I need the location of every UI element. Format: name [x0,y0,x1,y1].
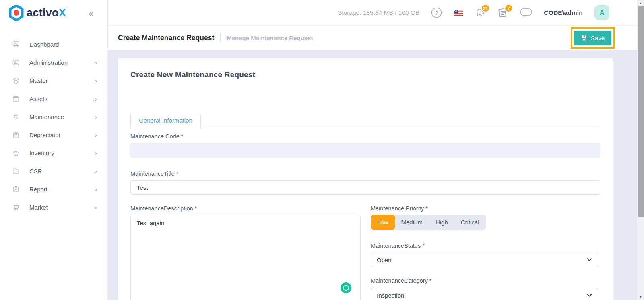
priority-high-button[interactable]: High [429,215,454,230]
layers-icon [12,77,20,84]
sidebar-item-dashboard[interactable]: Dashboard [0,35,107,53]
priority-button-group: Low Medium High Critical [371,215,486,230]
sidebar-item-label: Assets [29,95,47,102]
sidebar-nav: Dashboard Administration › Master › [0,35,107,216]
maintenance-description-label: MaintenanceDescription * [130,205,361,212]
maintenance-code-label: Maintenance Code * [130,133,600,140]
topbar: Storage: 185.84 MB / 100 GB ? 21 7 [108,0,637,25]
chat-icon[interactable] [520,8,532,18]
sidebar-item-assets[interactable]: Assets › [0,90,107,108]
header-divider [220,33,221,42]
chevron-right-icon: › [95,150,97,156]
sidebar-item-maintenance[interactable]: Maintenance › [0,108,107,126]
chevron-right-icon: › [95,113,97,120]
sidebar-item-master[interactable]: Master › [0,72,107,90]
sidebar-item-market[interactable]: Market › [0,198,107,216]
breadcrumb-manage-link[interactable]: Manage Maintenance Request [227,35,313,41]
notifications-badge: 21 [481,4,490,12]
sidebar-item-label: Inventory [29,150,54,156]
scroll-down-arrow-icon[interactable]: ▼ [637,294,644,300]
sidebar-item-label: Depreciator [29,132,61,138]
sidebar-item-label: Administration [29,59,68,66]
card-title: Create New Maintenance Request [130,58,600,79]
page-title: Create Maintenance Request [118,34,214,42]
report-icon [12,185,20,193]
brand-name: activoX [27,7,66,19]
maintenance-status-select[interactable]: Open [371,253,598,267]
sidebar-item-inventory[interactable]: Inventory › [0,144,107,162]
status-selected-value: Open [377,257,392,263]
scroll-up-arrow-icon[interactable]: ▲ [637,0,644,6]
category-selected-value: Inspection [377,292,404,299]
svg-text:?: ? [435,10,438,16]
sidebar-item-depreciator[interactable]: Depreciator › [0,126,107,144]
save-button[interactable]: Save [574,31,611,45]
language-flag-icon[interactable] [454,10,463,16]
maintenance-status-label: MaintenanceStatus * [371,242,600,249]
sidebar-item-label: Master [29,77,48,84]
avatar[interactable]: A [594,5,609,20]
scrollbar-thumb[interactable] [638,6,644,217]
storage-usage-text: Storage: 185.84 MB / 100 GB [338,9,419,16]
username-text[interactable]: CODE\admin [544,9,583,16]
form-card: Create New Maintenance Request General I… [118,58,613,300]
floppy-disk-icon [581,35,587,41]
sidebar-item-label: Maintenance [29,113,64,120]
save-button-label: Save [591,35,605,41]
priority-low-button[interactable]: Low [371,215,395,230]
grammarly-icon[interactable] [341,282,351,293]
sidebar: activoX « Dashboard Administration › [0,0,108,300]
content-area: Create New Maintenance Request General I… [108,50,637,300]
folder-icon [12,167,20,175]
documents-badge: 7 [504,4,513,12]
app-logo[interactable]: activoX [9,5,66,21]
sidebar-item-label: CSR [29,168,42,175]
maintenance-code-input[interactable] [130,143,600,158]
chevron-right-icon: › [95,132,97,138]
page-header: Create Maintenance Request Manage Mainte… [108,25,637,50]
clipboard-icon [12,131,20,139]
hexagon-logo-icon [9,5,24,21]
basket-icon [12,149,20,157]
gear-icon [12,113,20,121]
sidebar-item-csr[interactable]: CSR › [0,162,107,180]
cart-icon [12,203,20,211]
chevron-down-icon [587,258,592,261]
chevron-right-icon: › [95,77,97,84]
chevron-right-icon: › [95,59,97,66]
notifications-bell-icon[interactable]: 21 [475,7,485,18]
dashboard-icon [12,41,20,48]
priority-medium-button[interactable]: Medium [395,215,429,230]
maintenance-title-label: MaintenanceTitle * [130,171,600,177]
sidebar-item-label: Dashboard [29,41,59,48]
sidebar-item-report[interactable]: Report › [0,180,107,198]
maintenance-title-input[interactable] [130,180,600,195]
sidebar-item-administration[interactable]: Administration › [0,53,107,72]
maintenance-description-textarea[interactable]: Test again [130,215,361,300]
box-icon [12,95,20,103]
chevron-down-icon [587,294,592,297]
page-scrollbar[interactable]: ▲ ▼ [637,0,644,300]
help-icon[interactable]: ? [431,7,442,18]
sidebar-item-label: Market [29,204,48,211]
tab-bar: General Information [130,113,600,128]
sidebar-item-label: Report [29,186,47,193]
administration-icon [12,59,20,66]
chevron-right-icon: › [95,95,97,102]
sidebar-collapse-icon[interactable]: « [89,9,92,17]
chevron-right-icon: › [95,204,97,211]
save-highlight-box: Save [571,27,615,49]
priority-critical-button[interactable]: Critical [454,215,486,230]
documents-icon[interactable]: 7 [497,7,508,18]
chevron-right-icon: › [95,168,97,175]
maintenance-priority-label: Maintenance Priority * [371,205,600,212]
tab-general-information[interactable]: General Information [130,113,201,128]
maintenance-category-select[interactable]: Inspection [371,288,598,300]
chevron-right-icon: › [95,186,97,193]
maintenance-category-label: MaintenanceCategory * [371,277,600,284]
